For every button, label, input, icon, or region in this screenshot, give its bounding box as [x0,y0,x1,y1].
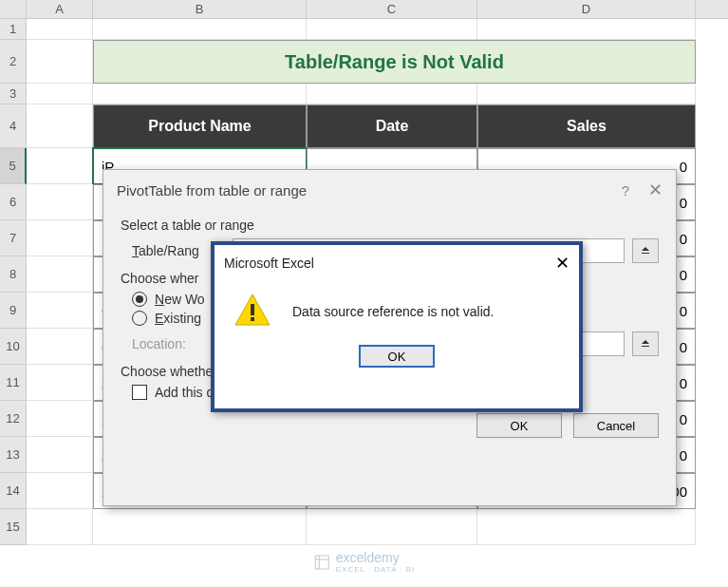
cell[interactable] [27,104,93,148]
row-header-4[interactable]: 4 [0,104,27,148]
cell[interactable] [93,19,307,40]
cell[interactable] [27,401,93,437]
column-headers: A B C D [0,0,728,19]
cell[interactable] [27,329,93,365]
th-sales[interactable]: Sales [477,104,696,148]
svg-rect-1 [642,346,649,347]
row-header-7[interactable]: 7 [0,220,27,256]
row-header-14[interactable]: 14 [0,473,27,509]
cell[interactable] [27,148,93,184]
col-header-a[interactable]: A [27,0,93,18]
collapse-dialog-button-2[interactable] [632,331,659,356]
cell[interactable] [93,509,307,545]
cell[interactable] [27,365,93,401]
watermark-icon [313,554,330,571]
th-date[interactable]: Date [307,104,477,148]
help-icon[interactable]: ? [622,182,629,199]
error-dialog-title: Microsoft Excel [224,256,314,271]
cell[interactable] [27,19,93,40]
col-header-d[interactable]: D [477,0,696,18]
section-select-range: Select a table or range [121,218,659,233]
row-header-6[interactable]: 6 [0,184,27,220]
watermark-sub: EXCEL · DATA · BI [336,565,416,574]
cell[interactable] [307,84,477,104]
select-all-corner[interactable] [0,0,27,18]
error-message: Data source reference is not valid. [292,304,494,319]
col-header-c[interactable]: C [307,0,477,18]
radio-new-label: New Wo [155,292,205,307]
watermark: exceldemy EXCEL · DATA · BI [313,550,416,574]
col-header-b[interactable]: B [93,0,307,18]
cell[interactable] [27,184,93,220]
cell[interactable] [27,220,93,256]
cell[interactable] [307,19,477,40]
cell[interactable] [27,509,93,545]
cell[interactable] [27,473,93,509]
merged-title-cell[interactable]: Table/Range is Not Valid [93,40,696,84]
dialog-title: PivotTable from table or range [117,182,307,199]
row-header-11[interactable]: 11 [0,365,27,401]
collapse-dialog-button[interactable] [632,238,659,263]
radio-new-worksheet[interactable] [132,292,147,307]
error-ok-button[interactable]: OK [359,345,435,368]
row-header-1[interactable]: 1 [0,19,27,40]
spreadsheet-grid: A B C D 1 2 Table/Range is Not Valid 3 4 [0,0,728,587]
row-header-10[interactable]: 10 [0,329,27,365]
svg-rect-0 [642,253,649,254]
row-header-2[interactable]: 2 [0,40,27,84]
row-header-9[interactable]: 9 [0,293,27,329]
close-icon[interactable]: ✕ [648,180,663,200]
cell[interactable] [27,256,93,293]
close-icon[interactable]: ✕ [555,253,569,274]
row-header-12[interactable]: 12 [0,401,27,437]
cell[interactable] [27,293,93,329]
cell[interactable] [477,509,696,545]
th-product[interactable]: Product Name [93,104,307,148]
error-dialog: Microsoft Excel ✕ Data source reference … [211,241,583,412]
arrow-up-icon [640,338,651,350]
cell[interactable] [27,40,93,84]
warning-icon [233,291,271,331]
radio-existing-worksheet[interactable] [132,311,147,326]
row-header-3[interactable]: 3 [0,84,27,104]
ok-button[interactable]: OK [476,413,562,438]
cell[interactable] [477,84,696,104]
arrow-up-icon [640,245,651,256]
svg-rect-4 [315,556,328,569]
watermark-brand: exceldemy [336,550,416,565]
row-header-13[interactable]: 13 [0,437,27,473]
cancel-button[interactable]: Cancel [573,413,659,438]
cell[interactable] [477,19,696,40]
svg-rect-2 [251,304,254,315]
cell[interactable] [27,84,93,104]
cell[interactable] [307,509,477,545]
row-header-8[interactable]: 8 [0,256,27,293]
row-header-5[interactable]: 5 [0,148,27,184]
svg-rect-3 [251,317,254,321]
cell[interactable] [27,437,93,473]
checkbox-data-model[interactable] [132,385,147,400]
cell[interactable] [93,84,307,104]
row-header-15[interactable]: 15 [0,509,27,545]
radio-existing-label: Existing [155,311,201,326]
